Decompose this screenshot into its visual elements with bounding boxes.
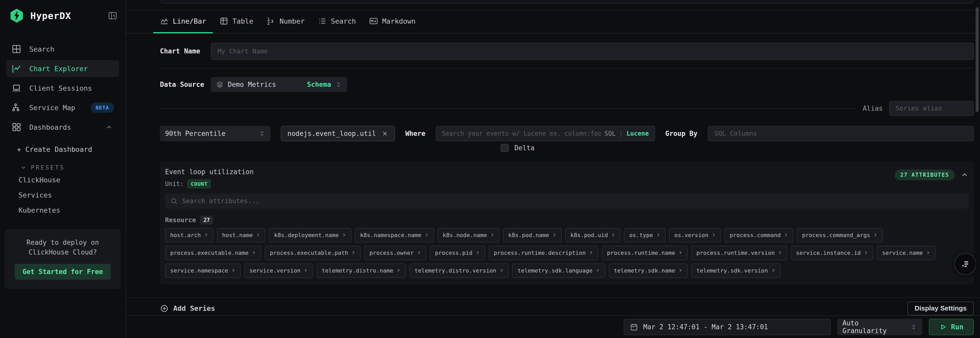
attribute-chip-label: k8s.node.name	[443, 232, 487, 238]
attribute-chip[interactable]: os.version›	[669, 228, 721, 243]
chevron-right-icon: ›	[204, 231, 208, 238]
attribute-chip[interactable]: service.instance.id›	[791, 246, 873, 260]
floating-widget-button[interactable]	[954, 253, 977, 275]
chevron-right-icon: ›	[552, 231, 557, 238]
presets-header[interactable]: PRESETS	[20, 164, 126, 171]
chevron-right-icon: ›	[656, 231, 660, 238]
attribute-chip[interactable]: k8s.pod.uid›	[565, 228, 620, 243]
delta-checkbox[interactable]	[501, 144, 509, 152]
tab-label: Line/Bar	[173, 17, 206, 25]
attribute-chip[interactable]: process.pid›	[430, 246, 485, 260]
tab-search[interactable]: Search	[311, 10, 363, 33]
attribute-chip[interactable]: telemetry.sdk.version›	[691, 263, 781, 278]
sidebar-item-chart-explorer[interactable]: Chart Explorer	[6, 60, 119, 77]
chevron-right-icon: ›	[417, 249, 421, 256]
sidebar-item-label: Search	[29, 45, 54, 53]
attribute-chip[interactable]: service.version›	[244, 263, 313, 278]
attribute-search-input[interactable]	[182, 197, 964, 205]
chevron-right-icon: ›	[351, 249, 356, 256]
chevron-right-icon: ›	[476, 249, 480, 256]
tab-markdown[interactable]: Markdown	[363, 10, 422, 33]
group-by-label: Group By	[665, 130, 697, 137]
attribute-chip-label: process.runtime.description	[494, 250, 586, 256]
attribute-chip[interactable]: process.runtime.name›	[602, 246, 688, 260]
metric-tag-chip[interactable]: nodejs.event_loop.util	[281, 126, 395, 141]
attribute-chip-label: service.version	[249, 267, 301, 274]
attribute-chip[interactable]: process.executable.path›	[265, 246, 361, 260]
aggregation-select[interactable]: 90th Percentile	[160, 126, 270, 141]
metric-attributes-panel: Event loop utilization Unit: COUNT 27 AT…	[160, 161, 974, 284]
panel-header: Event loop utilization Unit: COUNT 27 AT…	[165, 168, 969, 189]
attribute-chip[interactable]: process.executable.name›	[165, 246, 261, 260]
preset-item[interactable]: Services	[19, 191, 126, 199]
get-started-button[interactable]: Get Started for Free	[15, 264, 111, 280]
numbers-icon: 1 2 3	[267, 17, 275, 25]
display-settings-button[interactable]: Display Settings	[907, 302, 974, 316]
run-button[interactable]: Run	[929, 319, 974, 335]
main-content: Line/Bar Table 1 2 3 Number	[126, 0, 980, 338]
attribute-chip-label: service.instance.id	[796, 250, 861, 256]
sql-toggle[interactable]: SQL	[605, 130, 616, 137]
tab-number[interactable]: 1 2 3 Number	[260, 10, 311, 33]
where-label: Where	[405, 130, 425, 137]
sidebar-item-dashboards[interactable]: Dashboards	[6, 119, 119, 136]
cloud-card-text: Ready to deploy on ClickHouse Cloud?	[11, 238, 115, 257]
data-source-select[interactable]: Demo Metrics Schema	[211, 77, 347, 92]
attribute-chip[interactable]: host.arch›	[165, 228, 213, 243]
attribute-chip[interactable]: k8s.node.name›	[438, 228, 500, 243]
attribute-chip[interactable]: process.command_args›	[797, 228, 883, 243]
time-range-value: Mar 2 12:47:01 - Mar 2 13:47:01	[643, 323, 768, 331]
granularity-select[interactable]: Auto Granularity	[837, 319, 922, 335]
attribute-chip[interactable]: telemetry.sdk.language›	[512, 263, 605, 278]
tab-label: Number	[280, 17, 305, 25]
attribute-chip[interactable]: k8s.pod.name›	[503, 228, 562, 243]
create-dashboard-button[interactable]: + Create Dashboard	[17, 145, 126, 153]
svg-text:2: 2	[267, 21, 270, 26]
sidebar-item-client-sessions[interactable]: Client Sessions	[6, 79, 119, 97]
attribute-chip[interactable]: os.type›	[624, 228, 666, 243]
tab-line-bar[interactable]: Line/Bar	[153, 10, 213, 33]
lucene-toggle[interactable]: Lucene	[627, 130, 649, 137]
attribute-chip-label: host.name	[222, 232, 253, 238]
attribute-chip[interactable]: service.namespace›	[165, 263, 241, 278]
chevron-right-icon: ›	[499, 267, 504, 274]
tab-table[interactable]: Table	[213, 10, 260, 33]
scrollbar[interactable]	[976, 7, 979, 112]
schema-link[interactable]: Schema	[307, 81, 331, 88]
attribute-chip[interactable]: service.name›	[877, 246, 935, 260]
divider	[126, 297, 980, 298]
delta-label: Delta	[514, 144, 535, 152]
sidebar-nav: Search Chart Explorer Client Sessions	[0, 41, 126, 136]
caret-updown-icon	[910, 324, 917, 330]
caret-updown-icon	[335, 81, 342, 88]
attribute-chip[interactable]: telemetry.sdk.name›	[609, 263, 688, 278]
close-icon[interactable]	[382, 130, 388, 137]
chevron-right-icon: ›	[596, 267, 600, 274]
chart-name-row: Chart Name	[160, 43, 974, 60]
time-range-picker[interactable]: Mar 2 12:47:01 - Mar 2 13:47:01	[624, 319, 830, 335]
series-alias-input[interactable]	[889, 101, 974, 116]
chevron-right-icon: ›	[490, 231, 494, 238]
preset-item[interactable]: Kubernetes	[19, 206, 126, 214]
attribute-chip[interactable]: process.owner›	[364, 246, 426, 260]
attribute-chip[interactable]: host.name›	[217, 228, 265, 243]
attribute-chip[interactable]: process.runtime.description›	[489, 246, 598, 260]
attribute-chip[interactable]: telemetry.distro.name›	[317, 263, 406, 278]
tab-label: Table	[232, 17, 253, 25]
attribute-chip[interactable]: k8s.deployment.name›	[269, 228, 352, 243]
sidebar-item-search[interactable]: Search	[6, 41, 119, 57]
where-search-input[interactable]	[442, 130, 601, 137]
chevron-up-icon[interactable]	[961, 171, 969, 179]
attribute-chip[interactable]: telemetry.distro.version›	[409, 263, 509, 278]
alias-row: Alias	[160, 101, 974, 116]
group-by-input[interactable]	[708, 126, 974, 141]
sidebar-item-service-map[interactable]: Service Map BETA	[6, 99, 119, 116]
preset-item[interactable]: ClickHouse	[19, 176, 126, 184]
add-series-button[interactable]: Add Series	[160, 304, 215, 313]
attribute-chip[interactable]: process.runtime.version›	[691, 246, 788, 260]
attribute-chip-label: process.executable.name	[170, 250, 248, 256]
chart-name-input[interactable]	[211, 43, 974, 60]
attribute-chip[interactable]: k8s.namespace.name›	[355, 228, 434, 243]
sidebar-collapse-icon[interactable]	[107, 11, 118, 21]
attribute-chip[interactable]: process.command›	[724, 228, 793, 243]
